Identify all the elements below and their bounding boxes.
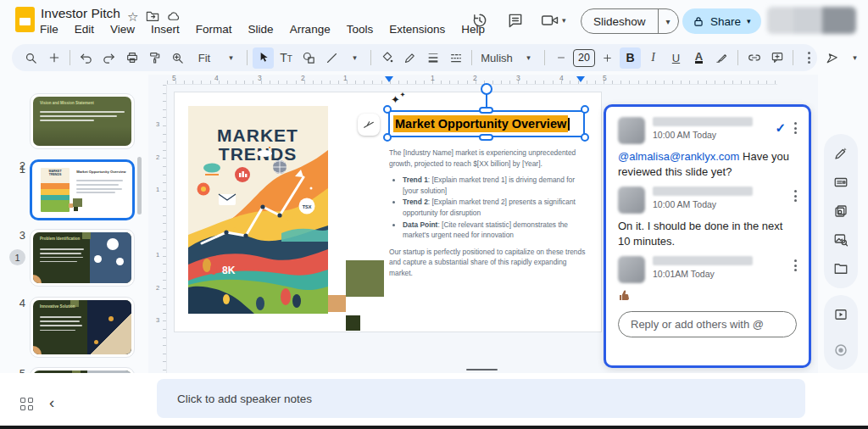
menu-tools[interactable]: Tools <box>347 23 374 36</box>
slide-thumbnail-4[interactable]: Innovative Solution <box>30 297 135 358</box>
text-box-tool-icon[interactable]: TT <box>275 47 297 69</box>
slideshow-caret-icon[interactable]: ▾ <box>659 9 678 33</box>
open-comments-icon[interactable] <box>507 12 524 29</box>
text-color-button[interactable]: A <box>695 52 703 64</box>
mention-link[interactable]: @almalisa@ranklyx.com <box>618 150 739 163</box>
grid-view-icon[interactable] <box>20 398 34 411</box>
account-avatar[interactable] <box>767 7 856 34</box>
more-options-icon[interactable] <box>798 47 820 69</box>
menu-format[interactable]: Format <box>196 23 232 36</box>
resize-handle-nw[interactable] <box>383 105 392 114</box>
slide-thumbnail-3[interactable]: Problem Identification <box>30 229 135 287</box>
decrease-font-size-icon[interactable] <box>550 47 571 69</box>
filmstrip-scrollbar[interactable] <box>137 157 142 214</box>
insert-link-icon[interactable] <box>743 47 765 69</box>
meet-caret-icon[interactable]: ▾ <box>562 16 566 25</box>
increase-font-size-icon[interactable] <box>597 47 618 69</box>
font-family-select[interactable]: Mulish <box>481 52 513 64</box>
paint-format-icon[interactable] <box>144 47 165 69</box>
share-caret-icon[interactable]: ▾ <box>747 17 751 25</box>
slide-title-text[interactable]: Market Opportunity Overview <box>393 115 568 132</box>
move-folder-icon[interactable] <box>146 10 159 22</box>
line-tool-caret-icon[interactable]: ▾ <box>344 47 365 69</box>
decor-square-olive[interactable] <box>346 260 384 297</box>
font-size-input[interactable]: 20 <box>573 49 595 67</box>
resize-handle-n[interactable] <box>479 107 493 114</box>
side-rail-top <box>824 134 858 288</box>
zoom-icon[interactable] <box>167 47 188 69</box>
record-icon[interactable] <box>824 332 858 368</box>
highlight-color-icon[interactable] <box>711 47 732 69</box>
comment-menu-icon[interactable] <box>794 122 797 134</box>
resize-handle-sw[interactable] <box>383 133 392 142</box>
comment-thread-item[interactable]: 10:01AM Today <box>618 256 797 302</box>
ai-help-me-create-icon[interactable] <box>824 139 858 168</box>
collapse-filmstrip-icon[interactable]: ‹ <box>49 393 54 412</box>
rotate-handle[interactable] <box>481 83 492 95</box>
print-icon[interactable] <box>121 47 142 69</box>
comment-count-badge[interactable]: 1 <box>9 249 25 265</box>
menu-file[interactable]: File <box>40 23 58 36</box>
reply-input[interactable]: Reply or add others with @ <box>618 311 797 337</box>
decor-square-tan[interactable] <box>328 295 346 312</box>
comment-thread-item[interactable]: 10:00 AM Today On it. I should be done i… <box>618 187 797 248</box>
preview-frame-icon[interactable] <box>824 297 858 332</box>
menu-extensions[interactable]: Extensions <box>389 23 445 36</box>
comment-thread-item[interactable]: 10:00 AM Today ✓ @almalisa@ranklyx.com H… <box>618 117 797 179</box>
ruler-marker-left[interactable] <box>385 76 393 82</box>
slide-body-text[interactable]: The [Industry Name] market is experienci… <box>389 148 591 279</box>
zoom-fit-select[interactable]: Fit <box>198 52 210 64</box>
fill-color-icon[interactable] <box>376 47 398 69</box>
layouts-panel-icon[interactable] <box>824 168 858 197</box>
border-weight-icon[interactable] <box>422 47 443 69</box>
decor-square-darkgreen[interactable] <box>346 315 360 331</box>
font-family-caret-icon[interactable]: ▾ <box>518 47 539 69</box>
laser-pointer-caret-icon[interactable]: ▾ <box>844 47 865 69</box>
menu-insert[interactable]: Insert <box>151 23 180 36</box>
version-history-icon[interactable] <box>471 12 488 29</box>
search-menus-icon[interactable] <box>20 47 42 69</box>
document-title[interactable]: Investor Pitch <box>41 6 120 21</box>
shapes-tool-icon[interactable] <box>298 47 320 69</box>
slides-logo-icon[interactable] <box>15 7 35 32</box>
comment-menu-icon[interactable] <box>794 259 797 271</box>
redo-icon[interactable] <box>98 47 120 69</box>
new-slide-icon[interactable] <box>43 47 64 69</box>
bold-button[interactable]: B <box>626 51 634 64</box>
border-color-icon[interactable] <box>399 47 420 69</box>
ai-sparkle-icon[interactable]: ✦✦ <box>391 92 405 106</box>
menu-edit[interactable]: Edit <box>75 23 94 36</box>
border-dash-icon[interactable] <box>445 47 466 69</box>
slide-thumbnail-1[interactable]: Vision and Mission Statement <box>30 93 135 149</box>
resolve-comment-icon[interactable]: ✓ <box>775 120 786 136</box>
add-comment-icon[interactable] <box>766 47 787 69</box>
slideshow-button[interactable]: Slideshow ▾ <box>581 8 679 34</box>
body-intro: The [Industry Name] market is experienci… <box>389 148 591 169</box>
menu-view[interactable]: View <box>110 23 135 36</box>
meet-camera-icon[interactable] <box>541 13 559 28</box>
underline-button[interactable]: U <box>672 52 680 64</box>
stock-frames-icon[interactable] <box>824 197 858 226</box>
resize-handle-se[interactable] <box>581 133 589 142</box>
notes-resize-handle[interactable] <box>466 369 498 370</box>
laser-pointer-icon[interactable] <box>821 47 843 69</box>
italic-button[interactable]: I <box>651 51 655 64</box>
market-trends-artwork[interactable]: MARKET TRENDS TSX 8K <box>188 106 328 314</box>
menu-slide[interactable]: Slide <box>248 23 274 36</box>
ruler-marker-right[interactable] <box>576 76 585 82</box>
resize-handle-s[interactable] <box>479 134 493 141</box>
slide-thumbnail-2-selected[interactable]: MARKETTRENDS Market Opportunity Overview <box>30 159 135 220</box>
comment-menu-icon[interactable] <box>794 190 797 202</box>
menu-arrange[interactable]: Arrange <box>290 23 331 36</box>
image-search-icon[interactable] <box>824 226 858 254</box>
undo-icon[interactable] <box>75 47 97 69</box>
folder-icon[interactable] <box>824 254 858 283</box>
zoom-fit-caret-icon[interactable]: ▾ <box>220 47 242 69</box>
speaker-notes-box[interactable]: Click to add speaker notes <box>157 379 805 418</box>
line-tool-icon[interactable] <box>321 47 342 69</box>
cloud-status-icon[interactable] <box>167 11 181 21</box>
share-button[interactable]: Share ▾ <box>682 8 761 34</box>
format-options-button[interactable] <box>358 114 380 136</box>
select-tool-icon[interactable] <box>253 47 274 69</box>
resize-handle-ne[interactable] <box>581 105 589 114</box>
